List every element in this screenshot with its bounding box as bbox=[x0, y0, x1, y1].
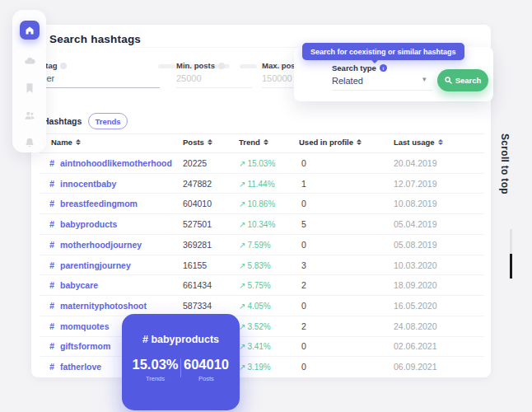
column-header-name[interactable]: Name bbox=[51, 138, 81, 147]
sidebar-item-home[interactable] bbox=[20, 21, 40, 40]
table-body: # aintnohoodlikemotherhood 20225 ↗15.03%… bbox=[40, 153, 484, 377]
trend-cell: ↗11.44% bbox=[239, 179, 277, 188]
table-row[interactable]: # innocentbaby 247882 ↗11.44% 1 12.07.20… bbox=[40, 174, 484, 194]
search-type-select[interactable]: Related bbox=[332, 76, 363, 86]
table-row[interactable]: # babycare 661434 ↗5.75% 2 18.09.2020 bbox=[40, 275, 484, 296]
column-header-used-in-profile[interactable]: Used in profile bbox=[299, 138, 362, 147]
table-row[interactable]: # aintnohoodlikemotherhood 20225 ↗15.03%… bbox=[40, 153, 484, 174]
column-header-posts[interactable]: Posts bbox=[183, 138, 212, 147]
sidebar-item-bookmark[interactable] bbox=[24, 82, 35, 94]
sort-icon[interactable] bbox=[208, 139, 212, 145]
last-usage-cell: 05.08.2019 bbox=[394, 240, 437, 250]
hashtag-name-link[interactable]: babycare bbox=[60, 280, 98, 290]
column-header-last-usage[interactable]: Last usage bbox=[394, 138, 443, 147]
input-underline bbox=[37, 87, 160, 88]
posts-cell: 369281 bbox=[183, 240, 212, 250]
table-row[interactable]: # breastfeedingmom 604010 ↗10.86% 0 10.0… bbox=[40, 194, 484, 214]
trend-cell: ↗3.41% bbox=[239, 342, 273, 351]
menu-placeholder-dash bbox=[158, 64, 175, 68]
table-row[interactable]: # momquotes ↗3.52% 2 24.08.2020 bbox=[40, 316, 484, 337]
trend-up-arrow-icon: ↗ bbox=[239, 281, 245, 290]
search-type-tooltip: Search for coexisting or similar hashtag… bbox=[302, 43, 464, 60]
sidebar-item-cloud[interactable] bbox=[24, 55, 35, 67]
hashtag-name-link[interactable]: motherhoodjourney bbox=[60, 240, 142, 250]
trend-up-arrow-icon: ↗ bbox=[239, 179, 245, 188]
hashtag-name-link[interactable]: momquotes bbox=[60, 321, 110, 331]
hash-icon: # bbox=[49, 199, 54, 208]
last-usage-cell: 06.09.2021 bbox=[394, 362, 437, 372]
preview-trend-stat: 15.03% Trends bbox=[130, 357, 180, 382]
search-button-label: Search bbox=[455, 76, 482, 85]
used-in-profile-cell: 0 bbox=[301, 362, 306, 372]
hashtag-name-link[interactable]: fatherlove bbox=[60, 362, 101, 372]
sidebar bbox=[12, 10, 46, 152]
hashtag-field[interactable]: Hashtag mother bbox=[26, 61, 160, 88]
bookmark-icon bbox=[24, 82, 35, 94]
hashtag-name-link[interactable]: babyproducts bbox=[60, 219, 117, 229]
used-in-profile-cell: 5 bbox=[301, 219, 306, 229]
hash-icon: # bbox=[49, 362, 54, 372]
preview-posts-value: 604010 bbox=[181, 357, 231, 372]
info-icon[interactable]: i bbox=[380, 64, 387, 72]
used-in-profile-cell: 0 bbox=[301, 341, 306, 351]
scroll-to-top-button[interactable]: Scroll to top bbox=[499, 133, 511, 201]
hashtag-name-link[interactable]: giftsformom bbox=[60, 341, 110, 351]
used-in-profile-cell: 0 bbox=[301, 240, 306, 250]
tab-hashtags[interactable]: Hashtags bbox=[43, 116, 82, 126]
page-title: Search hashtags bbox=[49, 33, 141, 45]
sidebar-item-users[interactable] bbox=[24, 110, 35, 121]
hashtag-name-link[interactable]: parentingjourney bbox=[60, 260, 131, 270]
info-icon[interactable] bbox=[60, 63, 67, 69]
chevron-down-icon[interactable]: ▾ bbox=[422, 75, 427, 83]
used-in-profile-cell: 3 bbox=[301, 260, 306, 270]
trend-cell: ↗4.05% bbox=[239, 302, 273, 311]
info-icon[interactable] bbox=[218, 63, 225, 69]
table-row[interactable]: # fatherlove ↗3.19% 0 06.09.2021 bbox=[40, 357, 484, 377]
hashtag-name-link[interactable]: aintnohoodlikemotherhood bbox=[60, 158, 172, 168]
column-header-trend[interactable]: Trend bbox=[239, 138, 268, 147]
hash-icon: # bbox=[49, 240, 54, 250]
sort-icon[interactable] bbox=[264, 139, 268, 145]
scrollbar-thumb[interactable] bbox=[510, 254, 512, 279]
table-row[interactable]: # maternityphotoshoot 587334 ↗4.05% 0 16… bbox=[40, 296, 484, 316]
used-in-profile-cell: 2 bbox=[301, 280, 306, 290]
hash-icon: # bbox=[49, 321, 54, 331]
sort-icon[interactable] bbox=[357, 139, 362, 145]
table-row[interactable]: # parentingjourney 16155 ↗5.83% 3 10.03.… bbox=[40, 255, 484, 276]
min-posts-field[interactable]: Min. posts 25000 bbox=[176, 61, 252, 88]
search-icon bbox=[445, 77, 452, 84]
hashtag-preview-card: # babyproducts 15.03% Trends 604010 Post… bbox=[122, 314, 240, 410]
hash-icon: # bbox=[49, 260, 54, 270]
search-button[interactable]: Search bbox=[437, 69, 488, 91]
table-row[interactable]: # giftsformom ↗3.41% 0 02.06.2021 bbox=[40, 337, 484, 358]
last-usage-cell: 20.04.2019 bbox=[394, 158, 437, 168]
trend-up-arrow-icon: ↗ bbox=[239, 158, 245, 167]
table-row[interactable]: # babyproducts 527501 ↗10.34% 5 05.04.20… bbox=[40, 214, 484, 235]
min-posts-input[interactable]: 25000 bbox=[176, 73, 252, 83]
sort-icon[interactable] bbox=[76, 139, 81, 145]
sidebar-item-notifications[interactable] bbox=[24, 137, 35, 148]
bell-icon bbox=[24, 137, 35, 148]
trend-up-arrow-icon: ↗ bbox=[239, 240, 245, 249]
trend-cell: ↗10.34% bbox=[239, 220, 277, 229]
used-in-profile-cell: 2 bbox=[301, 321, 306, 331]
trend-up-arrow-icon: ↗ bbox=[239, 342, 245, 351]
sort-icon-active[interactable] bbox=[438, 139, 443, 145]
trend-cell: ↗5.75% bbox=[239, 281, 273, 290]
hashtag-name-link[interactable]: innocentbaby bbox=[60, 179, 116, 189]
table-header: Name Posts Trend Used in profile Last us… bbox=[40, 138, 484, 152]
trend-up-arrow-icon: ↗ bbox=[239, 260, 245, 269]
trend-up-arrow-icon: ↗ bbox=[239, 302, 245, 311]
table-row[interactable]: # motherhoodjourney 369281 ↗7.59% 0 05.0… bbox=[40, 235, 484, 255]
trend-up-arrow-icon: ↗ bbox=[239, 220, 245, 229]
hashtag-name-link[interactable]: breastfeedingmom bbox=[60, 199, 138, 208]
cloud-icon bbox=[24, 55, 35, 67]
preview-trend-label: Trends bbox=[130, 375, 180, 382]
table-top-divider bbox=[40, 133, 484, 134]
trend-cell: ↗15.03% bbox=[239, 158, 277, 167]
hashtag-input[interactable]: mother bbox=[26, 73, 160, 83]
hashtag-name-link[interactable]: maternityphotoshoot bbox=[60, 301, 147, 311]
tab-trends[interactable]: Trends bbox=[88, 113, 128, 129]
hash-icon: # bbox=[49, 158, 54, 168]
trend-up-arrow-icon: ↗ bbox=[239, 199, 245, 208]
